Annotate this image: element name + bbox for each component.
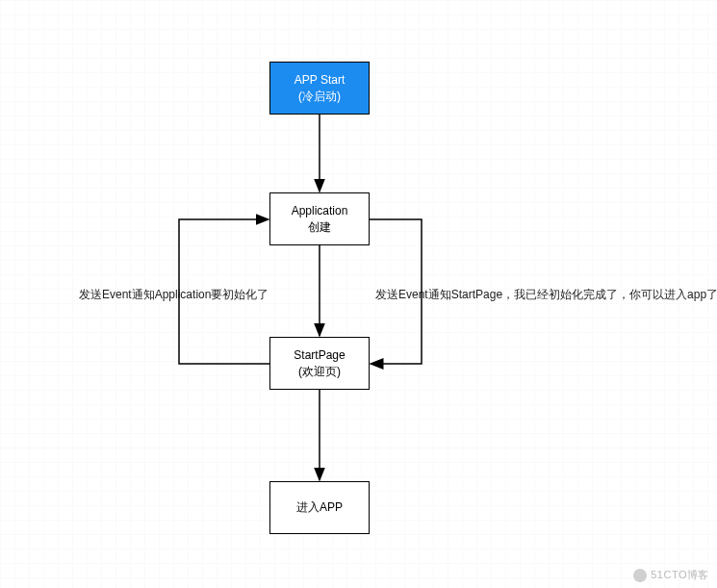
node-title: 进入APP	[296, 499, 343, 516]
node-subtitle: 创建	[308, 219, 331, 236]
node-enter-app: 进入APP	[269, 481, 370, 534]
watermark-logo-icon	[633, 569, 647, 582]
edge-label-right: 发送Event通知StartPage，我已经初始化完成了，你可以进入app了	[375, 287, 717, 303]
node-start-page: StartPage (欢迎页)	[269, 337, 370, 390]
node-subtitle: (欢迎页)	[298, 364, 341, 380]
node-subtitle: (冷启动)	[298, 89, 341, 105]
node-title: StartPage	[294, 347, 345, 364]
node-application: Application 创建	[269, 192, 370, 245]
node-title: APP Start	[294, 72, 345, 89]
node-app-start: APP Start (冷启动)	[269, 62, 370, 115]
watermark: 51CTO博客	[633, 568, 709, 582]
node-title: Application	[292, 203, 348, 219]
watermark-text: 51CTO博客	[651, 568, 709, 582]
edge-label-left: 发送Event通知Application要初始化了	[79, 287, 269, 303]
